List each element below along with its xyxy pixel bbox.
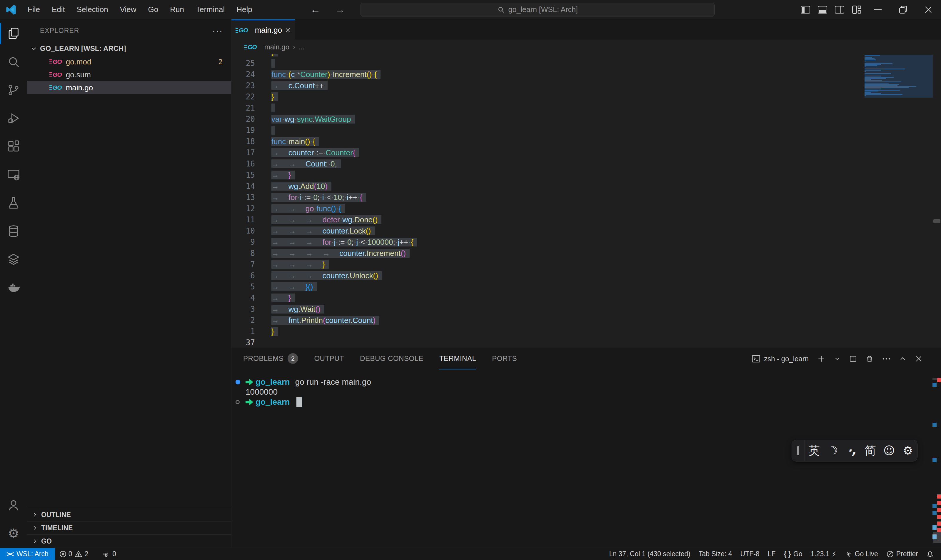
status-lf[interactable]: LF (764, 550, 780, 558)
activity-layers-icon[interactable] (0, 245, 27, 274)
ime-simplified-toggle[interactable]: 简 (861, 440, 880, 461)
menu-item-selection[interactable]: Selection (72, 3, 113, 16)
scrollbar-command-mark (932, 511, 936, 515)
scrollbar-error-mark (937, 501, 941, 505)
kill-terminal-icon[interactable] (866, 355, 873, 363)
panel-tab-problems[interactable]: PROBLEMS2 (243, 348, 298, 369)
scrollbar-command-mark (932, 458, 936, 462)
status-tab-size-4[interactable]: Tab Size: 4 (695, 550, 737, 558)
status-label: 1.23.1 (810, 550, 829, 558)
error-count: 0 (69, 550, 72, 558)
panel-tab-output[interactable]: OUTPUT (314, 348, 344, 369)
line-number: 17 (231, 147, 255, 158)
activity-run-debug-icon[interactable] (0, 104, 27, 132)
notifications-bell-icon[interactable] (922, 550, 938, 558)
terminal-output-text: 1000000 (246, 387, 278, 397)
close-panel-icon[interactable] (915, 355, 922, 362)
line-number: 7 (231, 259, 255, 270)
maximize-panel-icon[interactable] (899, 355, 906, 362)
code-line-20: 20var·wg·sync.WaitGroup (231, 114, 864, 125)
ime-settings-gear-icon[interactable]: ⚙ (898, 440, 917, 461)
ports-indicator[interactable]: 0 (98, 550, 120, 558)
remote-indicator[interactable]: >< WSL: Arch (0, 548, 55, 560)
breadcrumb[interactable]: GO main.go › ... (231, 40, 941, 54)
breadcrumb-symbol[interactable]: ... (299, 43, 304, 51)
new-terminal-icon[interactable] (818, 355, 825, 363)
menu-item-file[interactable]: File (23, 3, 45, 16)
activity-remote-explorer-icon[interactable] (0, 161, 27, 189)
toggle-secondary-sidebar-icon[interactable] (831, 2, 848, 18)
ime-halfwidth-moon-icon[interactable]: ☽ (820, 437, 845, 463)
toggle-sidebar-icon[interactable] (797, 2, 814, 18)
menu-item-help[interactable]: Help (232, 3, 257, 16)
line-number: 6 (231, 270, 255, 281)
explorer-more-icon[interactable]: ··· (212, 26, 223, 35)
warning-icon (74, 550, 83, 558)
scrollbar-error-mark (937, 515, 941, 519)
terminal-dropdown-icon[interactable] (834, 355, 840, 362)
activity-files-icon[interactable] (0, 19, 27, 48)
activity-testing-icon[interactable] (0, 189, 27, 217)
menu-item-run[interactable]: Run (165, 3, 189, 16)
activity-docker-icon[interactable] (0, 274, 27, 302)
ime-punctuation-toggle[interactable]: ·, (842, 440, 861, 461)
status-ln-37-col-1-430-selected-[interactable]: Ln 37, Col 1 (430 selected) (605, 550, 695, 558)
ime-emoji-icon[interactable]: ☺ (880, 440, 899, 461)
activity-account-icon[interactable] (0, 491, 27, 519)
customize-layout-icon[interactable] (848, 2, 865, 18)
minimize-button[interactable] (865, 0, 890, 19)
minimap[interactable] (864, 54, 933, 348)
panel-tab-ports[interactable]: PORTS (492, 348, 517, 369)
terminal-instance-label[interactable]: zsh - go_learn (752, 354, 809, 363)
sidebar-section-go[interactable]: GO (27, 534, 231, 548)
close-window-button[interactable] (916, 0, 941, 19)
nav-forward-icon[interactable]: → (332, 2, 349, 18)
activity-database-icon[interactable] (0, 217, 27, 245)
file-item-go-mod[interactable]: GOgo.mod2 (27, 55, 231, 68)
sidebar-section-timeline[interactable]: TIMELINE (27, 521, 231, 534)
file-item-go-sum[interactable]: GOgo.sum (27, 68, 231, 81)
command-center-search[interactable]: go_learn [WSL: Arch] (361, 3, 715, 17)
panel-more-icon[interactable] (882, 357, 890, 360)
status-utf-8[interactable]: UTF-8 (736, 550, 763, 558)
menu-item-terminal[interactable]: Terminal (191, 3, 229, 16)
restore-button[interactable] (890, 0, 916, 19)
split-terminal-icon[interactable] (849, 355, 857, 363)
section-label: TIMELINE (41, 524, 73, 532)
activity-source-control-icon[interactable] (0, 76, 27, 104)
chevron-right-icon (32, 538, 38, 544)
status-go[interactable]: { }Go (780, 550, 807, 558)
menu-item-view[interactable]: View (115, 3, 141, 16)
panel-tab-debug-console[interactable]: DEBUG CONSOLE (360, 348, 423, 369)
tab-close-icon[interactable] (285, 27, 291, 33)
project-root-folder[interactable]: GO_LEARN [WSL: ARCH] (27, 42, 231, 55)
activity-settings-icon[interactable]: ⚙ (0, 519, 27, 548)
command-decoration-success (235, 380, 240, 385)
terminal-output[interactable]: go_learngo run -race main.go1000000go_le… (231, 369, 941, 407)
code-line-2: 2→fmt.Println(counter.Count) (231, 315, 864, 326)
toggle-panel-icon[interactable] (814, 2, 831, 18)
menu-item-go[interactable]: Go (143, 3, 163, 16)
ime-drag-handle[interactable] (792, 440, 805, 461)
problems-indicator[interactable]: 0 2 (55, 550, 93, 558)
sidebar-section-outline[interactable]: OUTLINE (27, 508, 231, 521)
tab-main-go[interactable]: GO main.go (231, 19, 295, 40)
panel-tab-terminal[interactable]: TERMINAL (439, 348, 476, 369)
breadcrumb-file[interactable]: main.go (264, 43, 289, 51)
activity-search-icon[interactable] (0, 48, 27, 76)
editor-scrollbar-thumb[interactable] (933, 219, 940, 223)
ime-language-toggle[interactable]: 英 (805, 440, 824, 461)
nav-back-icon[interactable]: ← (307, 2, 324, 18)
status-1-23-1[interactable]: 1.23.1⚡ (806, 550, 840, 558)
status-go-live[interactable]: Go Live (841, 550, 882, 558)
scrollbar-error-mark (937, 494, 941, 498)
line-number: 21 (231, 102, 255, 114)
code-line-13: 13→for·i·:=·0;·i·<·10;·i++·{ (231, 192, 864, 203)
status-prettier[interactable]: Prettier (882, 550, 922, 558)
ime-toolbar: 英 ☽ ·, 简 ☺ ⚙ (792, 440, 918, 462)
file-item-main-go[interactable]: GOmain.go (27, 81, 231, 94)
menu-item-edit[interactable]: Edit (47, 3, 70, 16)
code-editor[interactable]: }2524func·(c·*Counter)·Increment()·{23→c… (231, 54, 941, 348)
code-line-10: 10→→→counter.Lock() (231, 225, 864, 237)
activity-extensions-icon[interactable] (0, 132, 27, 161)
